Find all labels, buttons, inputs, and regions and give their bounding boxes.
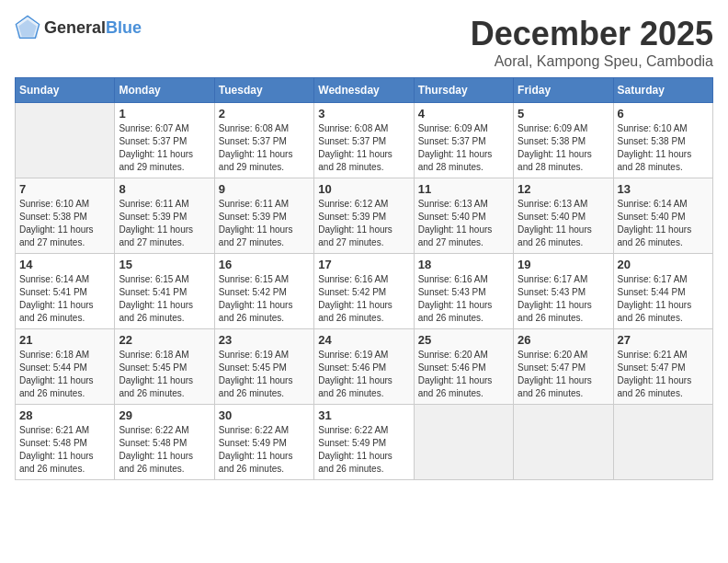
weekday-header: Sunday [16,78,115,103]
day-info: Sunrise: 6:21 AMSunset: 5:47 PMDaylight:… [618,349,709,400]
day-number: 18 [418,258,509,271]
calendar-cell: 20Sunrise: 6:17 AMSunset: 5:44 PMDayligh… [613,254,712,329]
calendar-cell: 7Sunrise: 6:10 AMSunset: 5:38 PMDaylight… [16,178,115,254]
day-info: Sunrise: 6:10 AMSunset: 5:38 PMDaylight:… [19,198,110,249]
calendar-cell: 18Sunrise: 6:16 AMSunset: 5:43 PMDayligh… [414,254,513,329]
calendar-cell [613,405,712,480]
calendar-week-row: 28Sunrise: 6:21 AMSunset: 5:48 PMDayligh… [16,405,713,480]
weekday-header-row: SundayMondayTuesdayWednesdayThursdayFrid… [16,78,713,103]
day-info: Sunrise: 6:13 AMSunset: 5:40 PMDaylight:… [518,198,609,249]
day-number: 7 [19,182,110,196]
calendar-cell: 14Sunrise: 6:14 AMSunset: 5:41 PMDayligh… [16,254,115,329]
calendar-cell [514,405,613,480]
calendar-cell: 24Sunrise: 6:19 AMSunset: 5:46 PMDayligh… [314,329,414,405]
day-info: Sunrise: 6:16 AMSunset: 5:42 PMDaylight:… [318,273,409,325]
month-title: December 2025 [471,15,713,53]
day-number: 27 [618,333,709,347]
day-number: 5 [518,107,609,121]
calendar-cell: 29Sunrise: 6:22 AMSunset: 5:48 PMDayligh… [115,405,214,480]
day-number: 8 [119,182,210,196]
calendar-cell [16,103,115,178]
calendar-cell: 2Sunrise: 6:08 AMSunset: 5:37 PMDaylight… [214,103,313,178]
day-number: 15 [119,258,210,271]
calendar-cell: 22Sunrise: 6:18 AMSunset: 5:45 PMDayligh… [115,329,214,405]
calendar-cell: 1Sunrise: 6:07 AMSunset: 5:37 PMDaylight… [115,103,214,178]
calendar-cell: 25Sunrise: 6:20 AMSunset: 5:46 PMDayligh… [414,329,513,405]
calendar-cell: 3Sunrise: 6:08 AMSunset: 5:37 PMDaylight… [314,103,414,178]
day-number: 19 [518,258,609,271]
day-info: Sunrise: 6:18 AMSunset: 5:45 PMDaylight:… [119,349,210,400]
calendar-table: SundayMondayTuesdayWednesdayThursdayFrid… [15,77,713,480]
day-info: Sunrise: 6:15 AMSunset: 5:41 PMDaylight:… [119,273,210,325]
day-info: Sunrise: 6:19 AMSunset: 5:45 PMDaylight:… [219,349,310,400]
day-info: Sunrise: 6:09 AMSunset: 5:38 PMDaylight:… [518,122,609,174]
day-number: 10 [318,182,409,196]
calendar-cell: 15Sunrise: 6:15 AMSunset: 5:41 PMDayligh… [115,254,214,329]
weekday-header: Monday [115,78,214,103]
day-number: 3 [318,107,409,121]
day-info: Sunrise: 6:18 AMSunset: 5:44 PMDaylight:… [19,349,110,400]
calendar-cell: 28Sunrise: 6:21 AMSunset: 5:48 PMDayligh… [16,405,115,480]
calendar-cell: 23Sunrise: 6:19 AMSunset: 5:45 PMDayligh… [214,329,313,405]
day-info: Sunrise: 6:09 AMSunset: 5:37 PMDaylight:… [418,122,509,174]
day-info: Sunrise: 6:10 AMSunset: 5:38 PMDaylight:… [618,122,709,174]
calendar-cell: 5Sunrise: 6:09 AMSunset: 5:38 PMDaylight… [514,103,613,178]
day-info: Sunrise: 6:17 AMSunset: 5:43 PMDaylight:… [518,273,609,325]
day-info: Sunrise: 6:20 AMSunset: 5:46 PMDaylight:… [418,349,509,400]
day-number: 31 [318,408,409,422]
day-number: 14 [19,258,110,271]
day-info: Sunrise: 6:16 AMSunset: 5:43 PMDaylight:… [418,273,509,325]
calendar-cell: 19Sunrise: 6:17 AMSunset: 5:43 PMDayligh… [514,254,613,329]
calendar-cell: 16Sunrise: 6:15 AMSunset: 5:42 PMDayligh… [214,254,313,329]
day-number: 12 [518,182,609,196]
weekday-header: Friday [514,78,613,103]
logo: GeneralBlue [15,15,142,40]
day-number: 6 [618,107,709,121]
day-number: 23 [219,333,310,347]
day-info: Sunrise: 6:15 AMSunset: 5:42 PMDaylight:… [219,273,310,325]
day-info: Sunrise: 6:12 AMSunset: 5:39 PMDaylight:… [318,198,409,249]
calendar-cell: 17Sunrise: 6:16 AMSunset: 5:42 PMDayligh… [314,254,414,329]
day-number: 30 [219,408,310,422]
calendar-cell: 6Sunrise: 6:10 AMSunset: 5:38 PMDaylight… [613,103,712,178]
calendar-cell: 4Sunrise: 6:09 AMSunset: 5:37 PMDaylight… [414,103,513,178]
calendar-cell: 12Sunrise: 6:13 AMSunset: 5:40 PMDayligh… [514,178,613,254]
day-info: Sunrise: 6:11 AMSunset: 5:39 PMDaylight:… [219,198,310,249]
calendar-week-row: 1Sunrise: 6:07 AMSunset: 5:37 PMDaylight… [16,103,713,178]
day-number: 28 [19,408,110,422]
day-info: Sunrise: 6:19 AMSunset: 5:46 PMDaylight:… [318,349,409,400]
weekday-header: Thursday [414,78,513,103]
calendar-cell: 27Sunrise: 6:21 AMSunset: 5:47 PMDayligh… [613,329,712,405]
day-number: 13 [618,182,709,196]
day-info: Sunrise: 6:22 AMSunset: 5:48 PMDaylight:… [119,424,210,476]
calendar-cell: 10Sunrise: 6:12 AMSunset: 5:39 PMDayligh… [314,178,414,254]
calendar-week-row: 7Sunrise: 6:10 AMSunset: 5:38 PMDaylight… [16,178,713,254]
day-number: 25 [418,333,509,347]
day-info: Sunrise: 6:14 AMSunset: 5:41 PMDaylight:… [19,273,110,325]
day-info: Sunrise: 6:13 AMSunset: 5:40 PMDaylight:… [418,198,509,249]
page-header: GeneralBlue December 2025 Aoral, Kampong… [15,15,713,70]
day-info: Sunrise: 6:22 AMSunset: 5:49 PMDaylight:… [318,424,409,476]
day-info: Sunrise: 6:07 AMSunset: 5:37 PMDaylight:… [119,122,210,174]
weekday-header: Saturday [613,78,712,103]
title-area: December 2025 Aoral, Kampong Speu, Cambo… [471,15,713,70]
day-number: 4 [418,107,509,121]
day-number: 17 [318,258,409,271]
calendar-cell: 26Sunrise: 6:20 AMSunset: 5:47 PMDayligh… [514,329,613,405]
day-number: 22 [119,333,210,347]
day-info: Sunrise: 6:17 AMSunset: 5:44 PMDaylight:… [618,273,709,325]
calendar-cell: 21Sunrise: 6:18 AMSunset: 5:44 PMDayligh… [16,329,115,405]
day-number: 26 [518,333,609,347]
calendar-cell: 30Sunrise: 6:22 AMSunset: 5:49 PMDayligh… [214,405,313,480]
day-number: 16 [219,258,310,271]
calendar-cell: 31Sunrise: 6:22 AMSunset: 5:49 PMDayligh… [314,405,414,480]
calendar-cell: 8Sunrise: 6:11 AMSunset: 5:39 PMDaylight… [115,178,214,254]
day-number: 29 [119,408,210,422]
calendar-cell: 13Sunrise: 6:14 AMSunset: 5:40 PMDayligh… [613,178,712,254]
subtitle: Aoral, Kampong Speu, Cambodia [471,53,713,70]
weekday-header: Wednesday [314,78,414,103]
day-number: 24 [318,333,409,347]
day-number: 21 [19,333,110,347]
day-number: 9 [219,182,310,196]
logo-icon [15,15,40,40]
